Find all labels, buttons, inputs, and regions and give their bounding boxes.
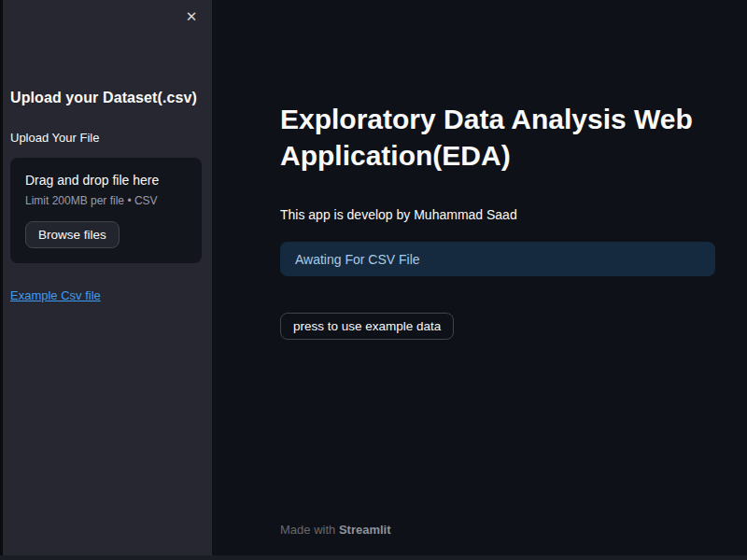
dropzone-instructions: Drag and drop file here [25,173,187,188]
app-author-text: This app is develop by Muhammad Saad [280,207,715,222]
streamlit-brand-link[interactable]: Streamlit [339,523,391,537]
example-csv-link[interactable]: Example Csv file [10,288,101,302]
file-dropzone[interactable]: Drag and drop file here Limit 200MB per … [10,158,202,263]
info-alert-text: Awating For CSV File [295,252,420,267]
main-area: Exploratory Data Analysis Web Applicatio… [212,0,747,555]
sidebar: ✕ Upload your Dataset(.csv) Upload Your … [0,0,212,555]
info-alert: Awating For CSV File [280,242,715,276]
dropzone-file-limit: Limit 200MB per file • CSV [25,194,187,207]
use-example-data-button[interactable]: press to use example data [280,313,454,340]
app-window: ✕ Upload your Dataset(.csv) Upload Your … [0,0,747,560]
close-sidebar-icon[interactable]: ✕ [180,6,203,28]
sidebar-heading: Upload your Dataset(.csv) [10,90,202,106]
sidebar-content: Upload your Dataset(.csv) Upload Your Fi… [10,90,202,303]
streamlit-footer: Made with Streamlit [280,523,391,537]
footer-made-with-text: Made with [280,523,339,537]
file-uploader-label: Upload Your File [10,131,202,145]
page-title: Exploratory Data Analysis Web Applicatio… [280,101,715,174]
window-bottom-edge [0,555,747,560]
browse-files-button[interactable]: Browse files [25,221,120,248]
window-left-edge [0,0,3,560]
main-content: Exploratory Data Analysis Web Applicatio… [280,101,715,340]
